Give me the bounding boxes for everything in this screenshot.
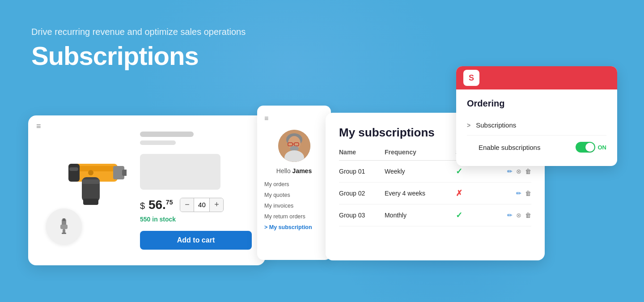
product-image-area [42, 132, 131, 249]
toggle-state-label: ON [598, 144, 607, 151]
svg-rect-13 [63, 218, 64, 221]
subs-title: My subscriptions [339, 126, 435, 140]
qty-minus-button[interactable]: − [180, 198, 194, 212]
svg-rect-10 [68, 164, 80, 182]
row2-name: Group 02 [339, 183, 385, 204]
product-card: ≡ [28, 115, 265, 265]
cancel-icon[interactable]: ⊗ [516, 168, 521, 175]
delete-icon[interactable]: 🗑 [525, 190, 531, 197]
status-check-icon: ✓ [456, 211, 462, 220]
price-row: $ 56.75 − 40 + [140, 198, 252, 212]
settings-section-title: Ordering [467, 98, 606, 109]
nav-my-orders[interactable]: My orders [264, 179, 324, 190]
settings-card: S Ordering > Subscriptions Enable subscr… [456, 66, 617, 166]
row2-frequency: Every 4 weeks [385, 183, 456, 204]
subscriptions-setting-row[interactable]: > Subscriptions [467, 117, 606, 133]
price-integer: 56. [148, 198, 166, 212]
row3-actions: ✏ ⊗ 🗑 [489, 204, 531, 226]
header-area: Drive recurring revenue and optimize sal… [31, 27, 246, 71]
plug-circle [46, 208, 82, 244]
enable-subscriptions-label: Enable subscriptions [479, 144, 576, 151]
price-display: $ 56.75 [140, 198, 173, 212]
settings-header: S [456, 66, 617, 89]
svg-point-8 [88, 170, 93, 175]
nav-my-subscription[interactable]: My subscription [264, 222, 324, 233]
user-sidebar-card: ≡ Hello James My orders My quotes My inv… [257, 106, 331, 260]
hello-text: Hello James [276, 167, 312, 174]
in-stock-label: 550 in stock [140, 216, 252, 223]
row3-status: ✓ [456, 204, 489, 226]
logo-text: S [469, 73, 474, 83]
product-desc-placeholder [140, 140, 176, 145]
drill-image [42, 132, 127, 217]
nav-my-invoices[interactable]: My invoices [264, 200, 324, 211]
svg-rect-3 [82, 179, 100, 184]
edit-icon[interactable]: ✏ [507, 212, 513, 219]
toggle-track[interactable] [576, 142, 595, 153]
svg-rect-15 [60, 225, 68, 229]
status-check-icon: ✓ [456, 167, 462, 176]
row2-status: ✗ [456, 183, 489, 204]
toggle-switch[interactable]: ON [576, 142, 607, 153]
settings-logo: S [463, 70, 479, 86]
table-row: Group 02 Every 4 weeks ✗ ✏ 🗑 [339, 183, 531, 204]
svg-rect-7 [83, 199, 98, 205]
divider [467, 135, 606, 136]
qty-control: − 40 + [180, 198, 224, 212]
settings-body: Ordering > Subscriptions Enable subscrip… [456, 89, 617, 166]
row3-frequency: Monthly [385, 204, 456, 226]
header-subtitle: Drive recurring revenue and optimize sal… [31, 27, 246, 37]
nav-my-quotes[interactable]: My quotes [264, 190, 324, 200]
col-name: Name [339, 149, 385, 161]
hello-prefix: Hello [276, 167, 292, 174]
user-avatar [278, 130, 310, 162]
nav-links: My orders My quotes My invoices My retur… [264, 179, 324, 233]
header-title: Subscriptions [31, 41, 246, 71]
svg-rect-17 [62, 233, 66, 234]
sidebar-hamburger-icon[interactable]: ≡ [264, 115, 268, 123]
edit-icon[interactable]: ✏ [507, 168, 513, 175]
subscriptions-setting-label: Subscriptions [476, 121, 606, 129]
qty-plus-button[interactable]: + [210, 198, 223, 212]
toggle-thumb [585, 143, 594, 152]
row3-name: Group 03 [339, 204, 385, 226]
delete-icon[interactable]: 🗑 [525, 168, 531, 175]
row2-actions: ✏ 🗑 [489, 183, 531, 204]
edit-icon[interactable]: ✏ [516, 190, 521, 197]
enable-subscriptions-row: Enable subscriptions ON [479, 137, 606, 157]
svg-rect-11 [69, 167, 78, 171]
chevron-icon: > [467, 122, 470, 129]
price-dollar: $ [140, 201, 145, 211]
status-cross-icon: ✗ [456, 189, 462, 198]
product-info: $ 56.75 − 40 + 550 in stock Add to cart [140, 132, 252, 250]
delete-icon[interactable]: 🗑 [525, 212, 531, 219]
nav-my-return-orders[interactable]: My return orders [264, 211, 324, 222]
svg-rect-14 [64, 218, 65, 221]
price-cents: 75 [166, 198, 173, 205]
cancel-icon[interactable]: ⊗ [516, 212, 521, 219]
plug-icon [54, 217, 74, 236]
svg-rect-5 [122, 170, 127, 176]
table-row: Group 03 Monthly ✓ ✏ ⊗ 🗑 [339, 204, 531, 226]
product-image-placeholder [140, 154, 220, 190]
add-to-cart-button[interactable]: Add to cart [140, 231, 252, 250]
user-name: James [292, 167, 312, 174]
product-name-placeholder [140, 132, 194, 137]
col-frequency: Frequency [385, 149, 456, 161]
hamburger-icon[interactable]: ≡ [36, 122, 41, 131]
row1-frequency: Weekly [385, 161, 456, 183]
qty-value: 40 [194, 198, 210, 212]
row1-name: Group 01 [339, 161, 385, 183]
